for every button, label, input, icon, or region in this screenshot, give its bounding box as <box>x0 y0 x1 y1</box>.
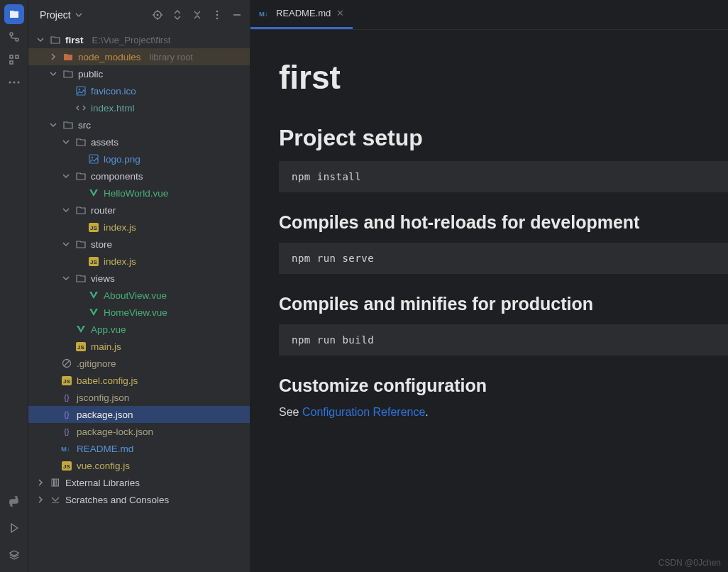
svg-point-12 <box>216 18 219 20</box>
tree-file[interactable]: HomeView.vue <box>28 304 250 321</box>
structure-tool-button[interactable] <box>4 50 24 70</box>
tab-label: README.md <box>276 8 331 18</box>
chevron-down-icon <box>61 172 71 180</box>
vcs-tool-button[interactable] <box>4 27 24 47</box>
json-icon: {} <box>61 409 72 420</box>
tree-label: index.js <box>104 256 136 267</box>
config-reference-link[interactable]: Configuration Reference <box>302 406 425 418</box>
html-icon <box>75 102 87 114</box>
svg-point-0 <box>10 33 13 35</box>
tree-file[interactable]: JS vue.config.js <box>28 457 250 474</box>
vue-icon <box>88 187 99 199</box>
tree-folder-views[interactable]: views <box>28 270 250 287</box>
tree-file[interactable]: favicon.ico <box>28 82 250 99</box>
tree-file[interactable]: index.html <box>28 99 250 116</box>
tree-folder-public[interactable]: public <box>28 65 250 82</box>
tree-label: package-lock.json <box>77 427 153 437</box>
python-console-button[interactable] <box>4 491 24 511</box>
tree-folder-components[interactable]: components <box>28 167 250 185</box>
folder-icon <box>75 273 87 284</box>
readme-see-paragraph: See Configuration Reference. <box>279 406 728 419</box>
vue-icon <box>88 290 99 301</box>
readme-h-setup: Project setup <box>279 125 728 151</box>
services-button[interactable] <box>4 545 24 565</box>
svg-text:JS: JS <box>63 463 70 470</box>
svg-text:JS: JS <box>77 344 84 351</box>
js-icon: JS <box>88 255 99 267</box>
tab-readme[interactable]: M↓ README.md ✕ <box>250 0 353 29</box>
tree-label: index.html <box>91 103 135 114</box>
tree-node-modules[interactable]: node_modules library root <box>28 48 250 65</box>
folder-icon <box>75 170 87 182</box>
editor-area: M↓ README.md ✕ first Project setup npm i… <box>250 0 728 572</box>
tree-label: favicon.ico <box>91 86 136 97</box>
tree-label: store <box>91 239 112 250</box>
scratches-icon <box>50 494 61 505</box>
chevron-down-icon <box>48 121 58 128</box>
tree-label: Scratches and Consoles <box>65 495 169 505</box>
tree-file[interactable]: HelloWorld.vue <box>28 185 250 202</box>
watermark: CSDN @0Jchen <box>658 558 721 568</box>
markdown-icon: M↓ <box>259 8 270 19</box>
tree-note: library root <box>150 52 193 62</box>
tree-file[interactable]: logo.png <box>28 150 250 167</box>
tree-label: README.md <box>77 444 133 454</box>
tree-label: package.json <box>77 409 133 420</box>
tree-note: E:\Vue_Project\first <box>92 35 171 45</box>
json-icon: {} <box>61 426 72 437</box>
tree-file[interactable]: JS main.js <box>28 338 250 355</box>
svg-text:M↓: M↓ <box>259 10 268 18</box>
tree-label: components <box>91 171 143 182</box>
svg-rect-34 <box>57 479 59 486</box>
tree-file[interactable]: JS index.js <box>28 253 250 270</box>
folder-icon <box>75 136 87 148</box>
chevron-down-icon <box>35 36 45 43</box>
tree-label: src <box>78 120 91 131</box>
tree-folder-router[interactable]: router <box>28 202 250 219</box>
tree-file[interactable]: {} jsconfig.json <box>28 389 250 406</box>
readme-h-custom: Customize configuration <box>279 375 728 396</box>
expand-all-icon[interactable] <box>170 8 184 22</box>
kebab-menu-icon[interactable] <box>210 8 224 22</box>
readme-title: first <box>279 58 728 97</box>
tree-file[interactable]: JS index.js <box>28 219 250 236</box>
vue-icon <box>88 307 99 318</box>
collapse-all-icon[interactable] <box>190 8 204 22</box>
run-button[interactable] <box>4 518 24 538</box>
folder-icon <box>75 238 87 250</box>
svg-point-14 <box>79 89 80 90</box>
project-tool-button[interactable] <box>4 4 24 24</box>
sidebar-title[interactable]: Project <box>40 9 71 21</box>
tree-folder-src[interactable]: src <box>28 116 250 133</box>
tree-file-selected[interactable]: {} package.json <box>28 406 250 423</box>
locate-icon[interactable] <box>150 8 165 22</box>
tree-external-libraries[interactable]: External Libraries <box>28 474 250 491</box>
close-icon[interactable]: ✕ <box>336 8 344 18</box>
readme-h-dev: Compiles and hot-reloads for development <box>279 212 728 233</box>
code-serve: npm run serve <box>279 243 728 274</box>
tree-label: views <box>91 273 115 284</box>
image-icon <box>88 153 99 165</box>
tree-file[interactable]: App.vue <box>28 321 250 338</box>
readme-h-prod: Compiles and minifies for production <box>279 294 728 314</box>
chevron-right-icon <box>35 479 45 486</box>
tree-root[interactable]: first E:\Vue_Project\first <box>28 31 250 48</box>
tree-folder-assets[interactable]: assets <box>28 133 250 150</box>
code-install: npm install <box>279 161 728 192</box>
tree-file[interactable]: JS babel.config.js <box>28 372 250 389</box>
svg-point-10 <box>216 11 219 13</box>
gitignore-icon <box>61 358 72 369</box>
tree-file[interactable]: .gitignore <box>28 355 250 372</box>
tree-label: node_modules <box>78 52 141 62</box>
code-build: npm run build <box>279 324 728 356</box>
tree-file[interactable]: {} package-lock.json <box>28 423 250 440</box>
tree-file[interactable]: M↓ README.md <box>28 440 250 457</box>
tree-folder-store[interactable]: store <box>28 236 250 253</box>
tree-file[interactable]: AboutView.vue <box>28 287 250 304</box>
more-tool-button[interactable] <box>4 72 24 92</box>
svg-rect-3 <box>16 55 18 58</box>
minimize-icon[interactable] <box>230 8 244 22</box>
tree-scratches[interactable]: Scratches and Consoles <box>28 491 250 508</box>
tree-label: assets <box>91 137 118 148</box>
js-icon: JS <box>75 341 87 352</box>
